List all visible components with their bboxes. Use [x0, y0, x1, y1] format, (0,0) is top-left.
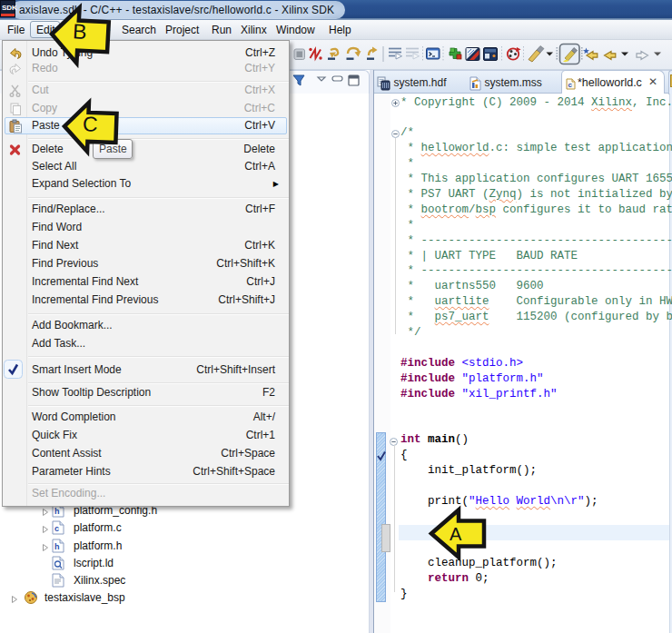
svg-text:h: h	[54, 507, 60, 516]
svg-text:C: C	[83, 112, 99, 136]
svg-text:c: c	[568, 81, 573, 89]
svg-text:A: A	[450, 524, 462, 544]
svg-text:c: c	[54, 524, 59, 533]
svg-text:B: B	[73, 19, 88, 44]
svg-text:h: h	[54, 542, 60, 551]
